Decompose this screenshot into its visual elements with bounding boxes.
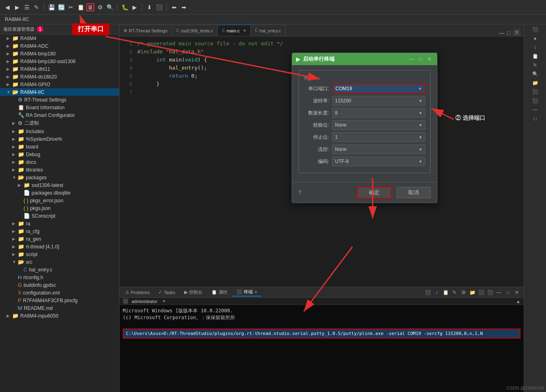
sidebar-item-ra[interactable]: ▶ 📁 ra: [0, 220, 119, 227]
toolbar-icon-2[interactable]: ↕: [433, 289, 440, 296]
terminal-close-icon[interactable]: ✕: [162, 299, 166, 303]
sidebar-item-ra-smart-configurator[interactable]: 🔧 RA Smart Configurator: [0, 111, 119, 119]
encoding-select[interactable]: UTF-8 ▼: [332, 157, 425, 166]
right-icon-1[interactable]: ⬛: [531, 26, 539, 33]
toolbar-refresh[interactable]: 🔄: [57, 3, 65, 11]
confirm-button[interactable]: 确定: [357, 186, 392, 199]
terminal-scrollbar-up[interactable]: ▲: [516, 299, 520, 304]
toolbar-icon-1[interactable]: ⬛: [424, 289, 431, 296]
sidebar-tree[interactable]: ▶ 📁 RA6M4 ▶ 📁 RA6M4-ADC ▶ 📁 RA6M4-bmp180…: [0, 34, 119, 392]
sidebar-item-pincfg[interactable]: P R7FA6M4AF3CFB.pincfg: [0, 297, 119, 304]
toolbar-search[interactable]: 🔍: [106, 3, 114, 11]
right-icon-6[interactable]: 🔍: [531, 70, 539, 78]
sidebar-item-ra6m4-ds18b20[interactable]: ▶ 📁 RA6M4-ds18b20: [0, 73, 119, 81]
editor-large-font-btn[interactable]: 大: [513, 29, 520, 36]
sidebar-item-ra6m4-gpio[interactable]: ▶ 📁 RA6M4-GPIO: [0, 81, 119, 88]
tab-rt-thread-settings[interactable]: ⚙ RT-Thread Settings: [119, 25, 172, 36]
sidebar-item-board[interactable]: ▶ 📁 board: [0, 143, 119, 150]
tab-terminal[interactable]: ⬛ 终端 ✕: [232, 288, 262, 297]
toolbar-scissors[interactable]: ✂: [67, 3, 75, 11]
sidebar-item-board-information[interactable]: 📋 Board Information: [0, 104, 119, 111]
sidebar-item-sconscript[interactable]: 📄 SConscript: [0, 212, 119, 220]
tab-console[interactable]: ▶ 控制台: [180, 288, 207, 296]
toolbar-icon-9[interactable]: —: [495, 289, 503, 296]
toolbar-run[interactable]: ▶: [130, 3, 139, 11]
toolbar-icon-6[interactable]: 📁: [469, 289, 476, 296]
toolbar-forward[interactable]: ▶: [13, 3, 21, 11]
sidebar-item-libraries[interactable]: ▶ 📁 libraries: [0, 166, 119, 174]
baud-select[interactable]: 115200 ▼: [332, 96, 425, 106]
flowctrl-select[interactable]: None ▼: [332, 144, 425, 154]
sidebar-item-ra-gen[interactable]: ▶ 📁 ra_gen: [0, 235, 119, 243]
toolbar-nav-back[interactable]: ⬅: [170, 3, 178, 11]
sidebar-item-ra6m4-iic[interactable]: ▼ 📂 RA6M4-IIC: [0, 88, 119, 96]
tab-hal-entry[interactable]: C hal_entry.c: [251, 25, 286, 36]
right-icon-11[interactable]: □: [531, 115, 539, 122]
toolbar-icon-10[interactable]: □: [504, 289, 512, 296]
sidebar-item-debug[interactable]: ▶ 📁 Debug: [0, 150, 119, 158]
tab-properties[interactable]: 📋 属性: [207, 288, 232, 296]
right-icon-7[interactable]: 📁: [531, 79, 539, 87]
tab-close-icon[interactable]: ✕: [243, 28, 246, 33]
toolbar-menu[interactable]: ☰: [23, 3, 31, 11]
editor-maximize-icon[interactable]: □: [507, 30, 510, 36]
toolbar-stop[interactable]: ⬛: [155, 3, 163, 11]
toolbar-debug[interactable]: 🐛: [121, 3, 129, 11]
modal-maximize-btn[interactable]: □: [417, 55, 424, 63]
sidebar-item-ra-cfg[interactable]: ▶ 📁 ra_cfg: [0, 227, 119, 235]
editor-minimize-icon[interactable]: —: [499, 30, 505, 36]
toolbar-icon-3[interactable]: 📋: [442, 289, 449, 296]
stopbits-select[interactable]: 1 ▼: [332, 132, 425, 142]
right-icon-2[interactable]: ●: [531, 35, 539, 42]
sidebar-item-rt-thread[interactable]: ▶ 📁 rt-thread [4.1.0]: [0, 243, 119, 250]
right-icon-4[interactable]: 📋: [531, 53, 539, 60]
toolbar-icon-11[interactable]: ✕: [513, 289, 520, 296]
sidebar-item-rtconfig[interactable]: H rtconfig.h: [0, 273, 119, 281]
sidebar-item-systemdrive[interactable]: ▶ 📁 %SystemDrive%: [0, 135, 119, 143]
toolbar-icon-5[interactable]: ⚙: [460, 289, 467, 296]
toolbar-serial-monitor[interactable]: 🖥: [86, 3, 94, 11]
terminal-output[interactable]: Microsoft Windows [版版本本 10.0.22000. (c) …: [119, 305, 524, 392]
right-icon-3[interactable]: ↕: [531, 44, 539, 51]
toolbar-nav-fwd[interactable]: ➡: [180, 3, 188, 11]
sidebar-item-ra6m4-bmp180-ssd1306[interactable]: ▶ 📁 RA6M4-bmp180-ssd1306: [0, 57, 119, 65]
toolbar-save[interactable]: 💾: [47, 3, 55, 11]
sidebar-item-ra6m4-dht11[interactable]: ▶ 📁 RA6M4-dht11: [0, 65, 119, 73]
sidebar-item-configuration-xml[interactable]: X configuration.xml: [0, 289, 119, 297]
parity-select[interactable]: None ▼: [332, 120, 425, 130]
tab-close-icon[interactable]: ✕: [254, 290, 258, 294]
sidebar-item-ra6m4[interactable]: ▶ 📁 RA6M4: [0, 34, 119, 42]
toolbar-icon-7[interactable]: ⬛: [478, 289, 485, 296]
right-icon-10[interactable]: —: [531, 106, 539, 113]
tab-ssd1306-tests[interactable]: C ssd1306_tests.c: [172, 25, 218, 36]
modal-close-btn[interactable]: ✕: [426, 55, 433, 63]
modal-minimize-btn[interactable]: —: [408, 55, 415, 63]
sidebar-item-docs[interactable]: ▶ 📁 docs: [0, 158, 119, 166]
sidebar-item-rt-thread-settings[interactable]: ⚙ RT-Thread Settings: [0, 96, 119, 104]
toolbar-edit[interactable]: ✎: [32, 3, 41, 11]
toolbar-icon-4[interactable]: ✎: [451, 289, 458, 296]
sidebar-item-script[interactable]: ▶ 📁 script: [0, 250, 119, 258]
tab-main-c[interactable]: C main.c ✕: [218, 25, 251, 36]
port-select[interactable]: COM19 ▼: [332, 84, 425, 93]
datalen-select[interactable]: 8 ▼: [332, 108, 425, 118]
sidebar-item-packages[interactable]: ▼ 📂 packages: [0, 174, 119, 181]
sidebar-item-includes[interactable]: ▶ 📁 Includes: [0, 127, 119, 135]
right-icon-8[interactable]: ⬛: [531, 88, 539, 95]
sidebar-item-src[interactable]: ▼ 📂 src: [0, 258, 119, 266]
toolbar-download[interactable]: ⬇: [145, 3, 154, 11]
tab-problems[interactable]: ⚠ Problems: [121, 289, 154, 296]
tab-tasks[interactable]: ✓ Tasks: [154, 289, 179, 296]
sidebar-item-readme[interactable]: M README.md: [0, 304, 119, 312]
toolbar-build[interactable]: ⚙: [96, 3, 104, 11]
sidebar-item-ra6m4-adc[interactable]: ▶ 📁 RA6M4-ADC: [0, 42, 119, 50]
help-icon[interactable]: ?: [299, 190, 301, 195]
sidebar-item-ssd1306-latest[interactable]: ▶ 📁 ssd1306-latest: [0, 181, 119, 189]
sidebar-item-buildinfo[interactable]: G buildinfo.gpdsc: [0, 281, 119, 289]
sidebar-item-hal-entry[interactable]: C hal_entry.c: [0, 266, 119, 273]
sidebar-item-binary[interactable]: ▶ ⚙ 二进制: [0, 119, 119, 127]
toolbar-icon-8[interactable]: ⬛: [486, 289, 494, 296]
right-icon-9[interactable]: ⬛: [531, 97, 539, 104]
sidebar-item-pkgs-json[interactable]: { } pkgs.json: [0, 204, 119, 212]
cancel-button[interactable]: 取消: [397, 187, 431, 198]
